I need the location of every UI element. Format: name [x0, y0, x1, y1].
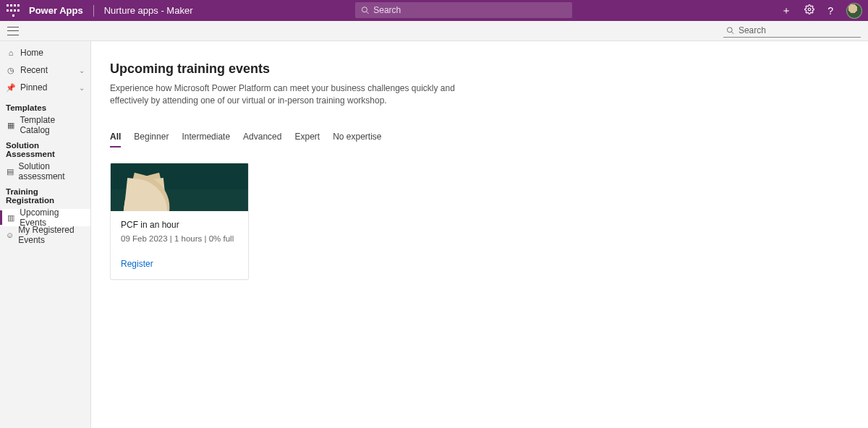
- page-search[interactable]: [723, 24, 861, 38]
- left-nav: ⌂ Home ◷ Recent ⌄ 📌 Pinned ⌄ Templates ▦…: [0, 41, 91, 428]
- nav-section-solution: Solution Assessment: [0, 134, 90, 163]
- add-icon[interactable]: ＋: [781, 4, 791, 17]
- nav-label: My Registered Events: [18, 225, 85, 245]
- event-card-title: PCF in an hour: [121, 220, 238, 230]
- tab-all[interactable]: All: [110, 132, 121, 147]
- nav-label: Home: [20, 48, 43, 58]
- svg-point-3: [727, 27, 732, 33]
- page-description: Experience how Microsoft Power Platform …: [110, 82, 486, 107]
- home-icon: ⌂: [6, 48, 16, 57]
- svg-line-1: [367, 12, 369, 14]
- search-icon: [726, 26, 734, 35]
- global-search-input[interactable]: [373, 5, 566, 15]
- svg-point-2: [808, 8, 811, 11]
- help-icon[interactable]: ?: [827, 5, 833, 17]
- page-search-input[interactable]: [739, 25, 858, 35]
- nav-label: Recent: [20, 65, 48, 75]
- nav-label: Template Catalog: [20, 115, 85, 135]
- tab-beginner[interactable]: Beginner: [134, 132, 169, 147]
- search-icon: [361, 6, 369, 14]
- tab-advanced[interactable]: Advanced: [243, 132, 281, 147]
- catalog-icon: ▦: [6, 121, 15, 130]
- skill-level-tabs: All Beginner Intermediate Advanced Exper…: [110, 132, 849, 148]
- svg-point-0: [362, 7, 367, 12]
- register-link[interactable]: Register: [121, 259, 238, 269]
- app-title: Power Apps: [29, 5, 83, 16]
- hamburger-icon[interactable]: [7, 27, 19, 35]
- event-card-image: [111, 163, 248, 211]
- main-content: Upcoming training events Experience how …: [91, 41, 868, 428]
- assessment-icon: ▤: [6, 167, 14, 176]
- app-launcher-icon[interactable]: [6, 4, 20, 18]
- tab-intermediate[interactable]: Intermediate: [182, 132, 230, 147]
- book-illustration: [124, 187, 210, 211]
- settings-icon[interactable]: [804, 4, 814, 17]
- nav-template-catalog[interactable]: ▦ Template Catalog: [0, 116, 90, 134]
- tab-no-expertise[interactable]: No expertise: [333, 132, 381, 147]
- nav-home[interactable]: ⌂ Home: [0, 44, 90, 61]
- nav-section-training: Training Registration: [0, 180, 90, 209]
- person-icon: ☺: [6, 231, 14, 239]
- user-avatar[interactable]: [846, 3, 862, 19]
- event-card[interactable]: PCF in an hour 09 Feb 2023 | 1 hours | 0…: [110, 163, 249, 280]
- top-app-bar: Power Apps Nurture apps - Maker ＋ ?: [0, 0, 868, 21]
- nav-recent[interactable]: ◷ Recent ⌄: [0, 61, 90, 79]
- clock-icon: ◷: [6, 66, 16, 75]
- nav-section-templates: Templates: [0, 96, 90, 116]
- tab-expert[interactable]: Expert: [294, 132, 320, 147]
- nav-solution-assessment[interactable]: ▤ Solution assessment: [0, 163, 90, 180]
- chevron-down-icon[interactable]: ⌄: [79, 67, 85, 74]
- nav-label: Solution assessment: [19, 161, 85, 181]
- global-search[interactable]: [355, 2, 572, 18]
- calendar-icon: ▥: [6, 213, 15, 223]
- svg-line-4: [731, 32, 733, 34]
- nav-label: Pinned: [20, 82, 47, 93]
- pin-icon: 📌: [6, 83, 16, 93]
- environment-name[interactable]: Nurture apps - Maker: [104, 5, 193, 16]
- command-bar: [0, 21, 868, 41]
- nav-my-registered-events[interactable]: ☺ My Registered Events: [0, 226, 90, 244]
- nav-pinned[interactable]: 📌 Pinned ⌄: [0, 79, 90, 96]
- divider: [93, 5, 94, 17]
- event-card-meta: 09 Feb 2023 | 1 hours | 0% full: [121, 234, 238, 243]
- chevron-down-icon[interactable]: ⌄: [79, 84, 85, 92]
- page-title: Upcoming training events: [110, 61, 849, 77]
- nav-upcoming-events[interactable]: ▥ Upcoming Events: [0, 209, 90, 226]
